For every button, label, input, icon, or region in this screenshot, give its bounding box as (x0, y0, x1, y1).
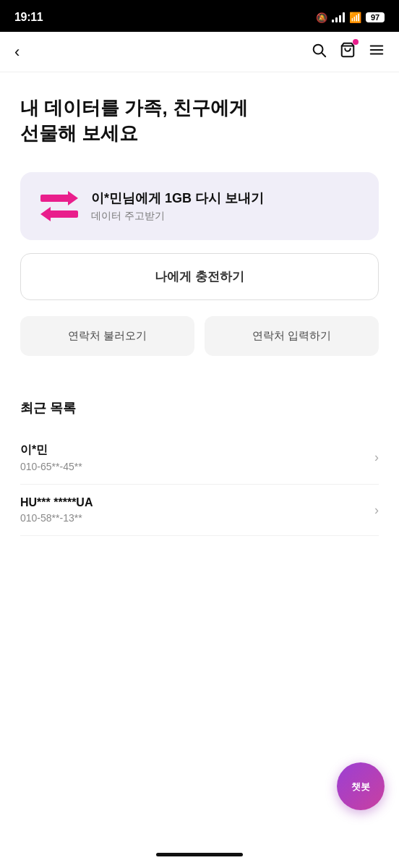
recent-section: 최근 목록 이*민 010-65**-45** › HU*** *****UA … (0, 399, 399, 536)
status-time: 19:11 (14, 11, 43, 24)
chevron-right-icon-0: › (374, 450, 379, 465)
cart-button[interactable] (340, 42, 356, 61)
back-button[interactable]: ‹ (9, 37, 25, 67)
signal-bars (332, 12, 345, 22)
charge-button[interactable]: 나에게 충전하기 (20, 253, 379, 300)
contact-buttons: 연락처 불러오기 연락처 입력하기 (20, 316, 379, 356)
exchange-main-text: 이*민님에게 1GB 다시 보내기 (91, 190, 359, 207)
chatbot-label: 챗봇 (351, 782, 370, 791)
data-exchange-card[interactable]: 이*민님에게 1GB 다시 보내기 데이터 주고받기 (20, 172, 379, 240)
bottom-bar (156, 853, 243, 856)
contact-phone-0: 010-65**-45** (20, 461, 82, 472)
contact-info-0: 이*민 010-65**-45** (20, 443, 82, 472)
wifi-icon: 📶 (349, 12, 361, 23)
exchange-sub-text: 데이터 주고받기 (91, 210, 359, 223)
arrow-left-icon (40, 208, 78, 221)
contact-name-0: 이*민 (20, 443, 82, 458)
contact-info-1: HU*** *****UA 010-58**-13** (20, 496, 93, 524)
status-bar: 19:11 🔕 📶 97 (0, 0, 399, 32)
exchange-text: 이*민님에게 1GB 다시 보내기 데이터 주고받기 (91, 190, 359, 223)
menu-button[interactable] (369, 42, 385, 61)
chatbot-fab[interactable]: 챗봇 (337, 762, 385, 810)
contact-name-1: HU*** *****UA (20, 496, 93, 509)
svg-line-1 (322, 53, 325, 56)
bell-icon: 🔕 (316, 12, 327, 23)
main-content: 내 데이터를 가족, 친구에게선물해 보세요 이*민님에게 1GB 다시 보내기… (0, 72, 399, 399)
exchange-arrows (40, 192, 78, 221)
battery-badge: 97 (366, 12, 385, 22)
contact-phone-1: 010-58**-13** (20, 512, 93, 524)
nav-bar: ‹ (0, 32, 399, 72)
search-button[interactable] (311, 42, 327, 61)
status-icons: 🔕 📶 97 (316, 12, 385, 23)
nav-right (311, 42, 385, 61)
contact-item-0[interactable]: 이*민 010-65**-45** › (20, 431, 379, 485)
contact-input-button[interactable]: 연락처 입력하기 (205, 316, 379, 356)
recent-title: 최근 목록 (20, 399, 379, 417)
contact-call-button[interactable]: 연락처 불러오기 (20, 316, 194, 356)
cart-badge (353, 39, 359, 45)
page-title: 내 데이터를 가족, 친구에게선물해 보세요 (20, 95, 379, 146)
chevron-right-icon-1: › (374, 503, 379, 518)
arrow-right-icon (40, 192, 78, 205)
contact-item-1[interactable]: HU*** *****UA 010-58**-13** › (20, 485, 379, 536)
